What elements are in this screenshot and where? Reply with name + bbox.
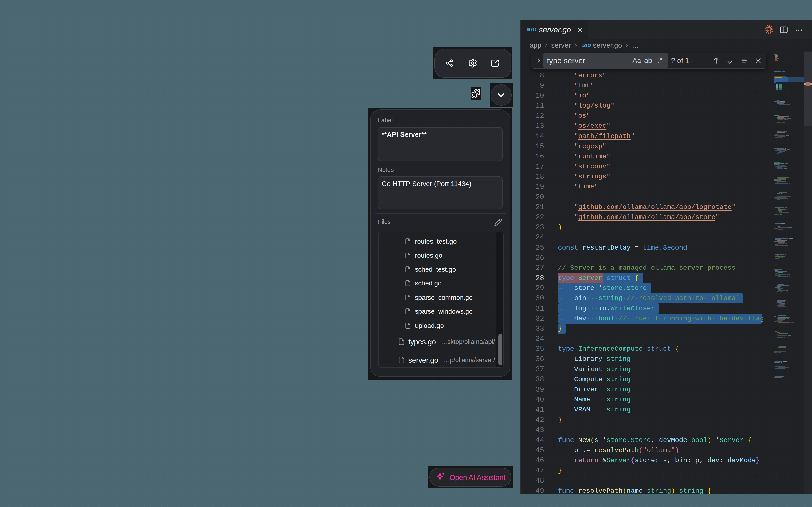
- svg-text:GO: GO: [529, 27, 537, 33]
- svg-text:GO: GO: [584, 43, 591, 48]
